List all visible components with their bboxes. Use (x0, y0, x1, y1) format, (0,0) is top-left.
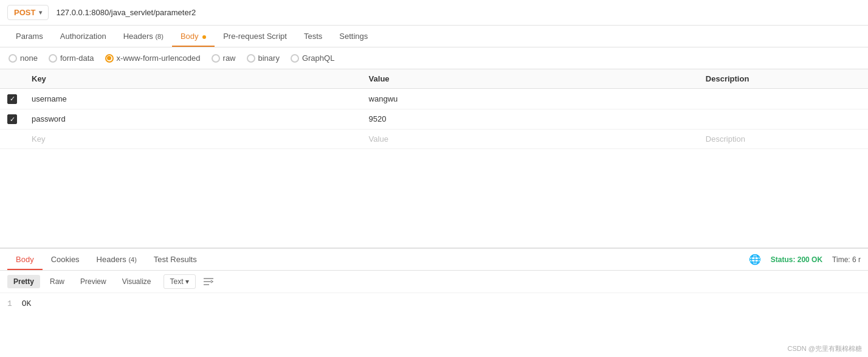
row2-checkbox-cell (0, 109, 24, 130)
watermark: CSDN @兜里有颗棉棉糖 (788, 344, 862, 353)
col-value: Value (362, 69, 698, 89)
body-types: none form-data x-www-form-urlencoded raw… (0, 47, 868, 69)
radio-urlencoded[interactable]: x-www-form-urlencoded (105, 54, 201, 63)
response-tab-test-results[interactable]: Test Results (145, 249, 205, 270)
wrap-icon[interactable] (199, 275, 218, 288)
row1-description[interactable] (698, 89, 868, 109)
method-selector[interactable]: POST ▾ (7, 5, 49, 20)
response-tab-body[interactable]: Body (7, 249, 43, 270)
tab-tests[interactable]: Tests (295, 26, 331, 47)
params-table: Key Value Description (0, 69, 868, 149)
tab-settings[interactable]: Settings (331, 26, 376, 47)
radio-circle-none (9, 54, 17, 63)
tabs-bar: Params Authorization Headers (8) Body Pr… (0, 26, 868, 47)
empty-description[interactable]: Description (698, 130, 868, 149)
radio-circle-binary (247, 54, 255, 63)
response-tabs-bar: Body Cookies Headers (4) Test Results 🌐 … (0, 249, 868, 271)
method-chevron: ▾ (39, 9, 42, 16)
radio-circle-urlencoded (105, 54, 114, 63)
method-label: POST (14, 8, 35, 17)
format-visualize[interactable]: Visualize (116, 275, 157, 288)
globe-icon: 🌐 (749, 254, 761, 265)
response-status-bar: 🌐 Status: 200 OK Time: 6 r (749, 254, 861, 265)
tab-authorization[interactable]: Authorization (52, 26, 115, 47)
format-raw[interactable]: Raw (44, 275, 71, 288)
table-empty-row: Key Value Description (0, 130, 868, 149)
code-area: 1 OK (0, 293, 868, 314)
row2-key[interactable]: password (24, 109, 362, 130)
headers-badge: (8) (155, 33, 163, 40)
radio-binary[interactable]: binary (247, 54, 280, 63)
radio-circle-graphql (291, 54, 299, 63)
radio-circle-form-data (49, 54, 57, 63)
radio-form-data[interactable]: form-data (49, 54, 94, 63)
tab-body[interactable]: Body (172, 26, 215, 47)
col-description: Description (698, 69, 868, 89)
row2-value[interactable]: 9520 (362, 109, 698, 130)
row1-key[interactable]: username (24, 89, 362, 109)
response-section: Body Cookies Headers (4) Test Results 🌐 … (0, 248, 868, 357)
table-row: username wangwu (0, 89, 868, 109)
row1-checkbox-cell (0, 89, 24, 109)
line-numbers: 1 (7, 299, 12, 308)
code-content: OK (22, 299, 32, 308)
row2-description[interactable] (698, 109, 868, 130)
body-dot (202, 35, 206, 39)
radio-raw[interactable]: raw (212, 54, 236, 63)
empty-key[interactable]: Key (24, 130, 362, 149)
empty-value[interactable]: Value (362, 130, 698, 149)
tab-headers[interactable]: Headers (8) (115, 26, 172, 47)
response-tab-headers[interactable]: Headers (4) (88, 249, 145, 270)
url-bar: POST ▾ (0, 0, 868, 26)
radio-graphql[interactable]: GraphQL (291, 54, 334, 63)
table-row: password 9520 (0, 109, 868, 130)
col-key: Key (24, 69, 362, 89)
format-preview[interactable]: Preview (74, 275, 112, 288)
tab-pre-request[interactable]: Pre-request Script (215, 26, 295, 47)
row1-checkbox[interactable] (7, 94, 17, 104)
status-text: Status: 200 OK (771, 255, 822, 264)
text-format-dropdown[interactable]: Text ▾ (164, 274, 196, 289)
url-input[interactable] (53, 5, 861, 19)
empty-checkbox-cell (0, 130, 24, 149)
tab-params[interactable]: Params (7, 26, 52, 47)
response-tab-cookies[interactable]: Cookies (43, 249, 88, 270)
row2-checkbox[interactable] (7, 114, 17, 124)
radio-circle-raw (212, 54, 220, 63)
row1-value[interactable]: wangwu (362, 89, 698, 109)
radio-none[interactable]: none (9, 54, 38, 63)
time-text: Time: 6 r (832, 255, 861, 264)
col-checkbox (0, 69, 24, 89)
format-bar: Pretty Raw Preview Visualize Text ▾ (0, 271, 868, 293)
format-pretty[interactable]: Pretty (7, 275, 40, 288)
